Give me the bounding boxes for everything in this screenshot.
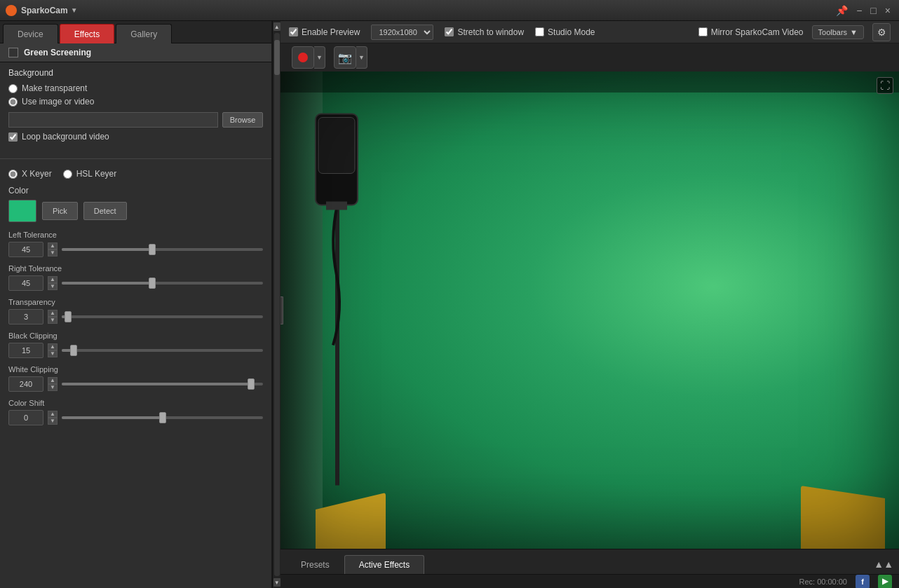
left-tolerance-thumb[interactable] [149, 244, 156, 255]
left-tolerance-track[interactable] [62, 248, 263, 251]
stretch-window-label[interactable]: Stretch to window [445, 27, 524, 37]
left-panel-wrapper: Device Effects Gallery Green Screening B… [0, 21, 280, 588]
color-shift-down[interactable]: ▼ [48, 418, 58, 425]
right-tolerance-thumb[interactable] [149, 278, 156, 289]
right-tolerance-down[interactable]: ▼ [48, 283, 58, 290]
black-clipping-control: ▲ ▼ [8, 343, 263, 358]
color-shift-thumb[interactable] [159, 412, 166, 423]
black-clipping-input[interactable] [8, 343, 43, 358]
left-tolerance-up[interactable]: ▲ [48, 242, 58, 249]
tab-presets[interactable]: Presets [286, 555, 344, 574]
tab-effects[interactable]: Effects [60, 24, 114, 43]
facebook-icon[interactable]: f [856, 575, 870, 589]
black-clipping-track[interactable] [62, 349, 263, 352]
transparency-thumb[interactable] [65, 311, 72, 322]
mirror-label[interactable]: Mirror SparkoCam Video [698, 27, 804, 37]
scroll-down-arrow[interactable]: ▼ [273, 578, 280, 587]
white-clipping-up[interactable]: ▲ [48, 377, 58, 384]
use-image-option[interactable]: Use image or video [8, 97, 263, 107]
color-swatch[interactable] [8, 200, 36, 222]
make-transparent-option[interactable]: Make transparent [8, 83, 263, 93]
color-shift-up[interactable]: ▲ [48, 411, 58, 418]
toolbars-button[interactable]: Toolbars ▼ [812, 25, 864, 39]
transparency-spinner: ▲ ▼ [48, 310, 58, 324]
tab-device[interactable]: Device [3, 24, 58, 43]
transparency-input[interactable] [8, 309, 43, 324]
record-button[interactable] [292, 46, 314, 69]
left-tolerance-input[interactable]: 45 [8, 242, 43, 257]
tab-active-effects[interactable]: Active Effects [344, 555, 424, 574]
file-path-input[interactable] [8, 112, 218, 128]
bottom-tab-scroll-up[interactable]: ▲▲ [874, 559, 893, 574]
white-clipping-row: White Clipping ▲ ▼ [8, 365, 263, 392]
enable-preview-label[interactable]: Enable Preview [289, 27, 360, 37]
color-shift-fill [62, 416, 163, 419]
tab-gallery[interactable]: Gallery [116, 24, 172, 43]
app-icon [6, 5, 17, 16]
record-button-group: ▼ [292, 46, 325, 69]
transparency-up[interactable]: ▲ [48, 310, 58, 317]
scroll-track[interactable] [274, 33, 280, 576]
transparency-control: ▲ ▼ [8, 309, 263, 324]
left-tolerance-down[interactable]: ▼ [48, 249, 58, 257]
rec-label: Rec: 00:00:00 [799, 577, 847, 586]
white-clipping-input[interactable] [8, 376, 43, 392]
right-tolerance-track[interactable] [62, 282, 263, 285]
minimize-button[interactable]: − [853, 5, 865, 16]
pick-color-button[interactable]: Pick [42, 202, 78, 220]
app-dropdown-arrow[interactable]: ▼ [71, 6, 78, 14]
settings-button[interactable]: ⚙ [872, 23, 891, 41]
left-panel: Device Effects Gallery Green Screening B… [0, 21, 272, 588]
right-tolerance-input[interactable] [8, 275, 43, 291]
black-clipping-up[interactable]: ▲ [48, 343, 58, 350]
camera-dropdown-button[interactable]: ▼ [356, 46, 367, 69]
preview-area: ▼ 📷 ▼ [280, 43, 899, 574]
color-label: Color [8, 186, 263, 196]
x-keyer-option[interactable]: X Keyer [8, 169, 52, 179]
color-shift-track[interactable] [62, 416, 263, 419]
white-clipping-down[interactable]: ▼ [48, 384, 58, 391]
effect-enabled-checkbox[interactable] [8, 48, 18, 57]
pin-icon[interactable]: 📌 [833, 5, 851, 16]
x-keyer-radio[interactable] [8, 170, 18, 179]
hsl-keyer-radio[interactable] [63, 170, 72, 179]
black-clipping-down[interactable]: ▼ [48, 350, 58, 357]
hsl-keyer-option[interactable]: HSL Keyer [63, 169, 117, 179]
right-tolerance-up[interactable]: ▲ [48, 276, 58, 283]
transparency-track[interactable] [62, 315, 263, 318]
camera-preview-image: ◀ ⛶ [280, 71, 899, 549]
make-transparent-radio[interactable] [8, 84, 18, 93]
record-dropdown-button[interactable]: ▼ [314, 46, 325, 69]
black-clipping-thumb[interactable] [70, 345, 77, 356]
studio-mode-label[interactable]: Studio Mode [535, 27, 595, 37]
scroll-up-arrow[interactable]: ▲ [273, 22, 280, 31]
fullscreen-icon: ⛶ [880, 80, 890, 91]
white-clipping-thumb[interactable] [248, 378, 255, 390]
fullscreen-button[interactable]: ⛶ [877, 77, 893, 94]
stretch-window-checkbox[interactable] [445, 27, 454, 36]
browse-button[interactable]: Browse [222, 112, 264, 128]
scroll-thumb[interactable] [274, 40, 280, 75]
studio-mode-checkbox[interactable] [535, 27, 544, 36]
resolution-select[interactable]: 1920x1080 1280x720 640x480 3840x2160 [371, 25, 433, 40]
mirror-checkbox[interactable] [698, 27, 708, 36]
enable-preview-checkbox[interactable] [289, 27, 298, 36]
camera-snapshot-button[interactable]: 📷 [334, 46, 356, 69]
left-tolerance-control: 45 ▲ ▼ [8, 242, 263, 257]
detect-color-button[interactable]: Detect [83, 202, 127, 220]
loop-video-row[interactable]: Loop background video [8, 132, 263, 142]
panel-collapse-button[interactable]: ◀ [280, 296, 283, 324]
left-tolerance-spinner: ▲ ▼ [48, 242, 58, 257]
color-shift-label: Color Shift [8, 399, 263, 407]
maximize-button[interactable]: □ [867, 5, 879, 16]
color-shift-input[interactable] [8, 410, 43, 425]
transparency-down[interactable]: ▼ [48, 317, 58, 324]
white-clipping-track[interactable] [62, 383, 263, 385]
use-image-radio[interactable] [8, 97, 18, 107]
white-clipping-control: ▲ ▼ [8, 376, 263, 392]
effect-header: Green Screening [0, 43, 271, 62]
youtube-icon[interactable]: ▶ [878, 575, 892, 589]
loop-video-checkbox[interactable] [8, 132, 18, 142]
left-tolerance-label: Left Tolerance [8, 231, 263, 239]
close-button[interactable]: × [882, 5, 893, 16]
